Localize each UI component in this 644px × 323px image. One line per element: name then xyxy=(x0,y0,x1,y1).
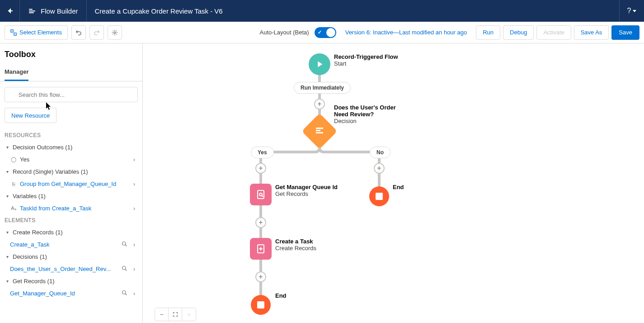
undo-button[interactable] xyxy=(71,25,86,40)
svg-line-7 xyxy=(125,245,127,246)
decision-icon xyxy=(314,125,325,138)
play-icon xyxy=(315,59,324,69)
chevron-right-icon: › xyxy=(131,266,138,272)
toolbar: Select Elements Auto-Layout (Beta) ✓ Ver… xyxy=(0,22,644,43)
undo-icon xyxy=(75,29,82,36)
group-create-records[interactable]: ▾ Create Records (1) xyxy=(0,226,142,238)
add-element-button[interactable]: + xyxy=(255,217,266,228)
item-group-from-get-manager[interactable]: ⎘ Group from Get_Manager_Queue_Id › xyxy=(0,178,142,190)
toolbox-sidebar: Toolbox Manager New Resource RESOURCES ▾… xyxy=(0,43,143,323)
tab-manager[interactable]: Manager xyxy=(5,64,28,81)
select-icon xyxy=(10,29,17,36)
brand-area: Flow Builder xyxy=(20,0,87,22)
group-variables[interactable]: ▾ Variables (1) xyxy=(0,190,142,202)
chevron-down-icon: ▾ xyxy=(5,279,10,284)
flow-builder-icon xyxy=(28,7,36,15)
text-var-icon: Aₐ xyxy=(10,205,17,211)
auto-layout-label: Auto-Layout (Beta) xyxy=(260,29,309,36)
create-records-icon xyxy=(255,243,266,254)
group-record-single-vars[interactable]: ▾ Record (Single) Variables (1) xyxy=(0,166,142,178)
auto-layout-toggle[interactable]: ✓ xyxy=(315,27,336,38)
svg-point-6 xyxy=(122,242,126,246)
svg-line-17 xyxy=(262,195,263,197)
search-input[interactable] xyxy=(5,87,138,102)
end-node[interactable] xyxy=(251,295,271,315)
svg-point-3 xyxy=(114,32,116,33)
new-resource-button[interactable]: New Resource xyxy=(5,108,56,123)
svg-rect-1 xyxy=(11,29,13,32)
help-icon: ? xyxy=(627,7,631,15)
chevron-right-icon: › xyxy=(131,290,138,297)
chevron-right-icon: › xyxy=(131,181,138,187)
start-node[interactable] xyxy=(309,53,330,75)
save-as-button[interactable]: Save As xyxy=(574,25,609,40)
chevron-right-icon: › xyxy=(131,242,138,248)
fit-icon xyxy=(173,312,178,317)
run-button[interactable]: Run xyxy=(476,25,500,40)
check-icon: ✓ xyxy=(318,29,322,35)
arrow-left-icon xyxy=(6,7,14,14)
caret-down-icon xyxy=(633,9,636,13)
branch-yes-pill[interactable]: Yes xyxy=(251,147,274,158)
settings-button[interactable] xyxy=(108,25,122,40)
add-element-button[interactable]: + xyxy=(314,99,325,109)
item-create-a-task[interactable]: Create_a_Task › xyxy=(0,238,142,251)
svg-point-8 xyxy=(122,266,126,270)
app-header: Flow Builder Create a Cupcake Order Revi… xyxy=(0,0,644,22)
debug-button[interactable]: Debug xyxy=(503,25,534,40)
activate-button: Activate xyxy=(536,25,571,40)
app-name: Flow Builder xyxy=(41,7,78,15)
create-records-label: Create a Task Create Records xyxy=(275,238,316,252)
back-button[interactable] xyxy=(0,0,20,22)
toolbox-title: Toolbox xyxy=(0,43,142,64)
end-label: End xyxy=(275,292,287,299)
zoom-in-button[interactable]: + xyxy=(182,308,196,321)
redo-button[interactable] xyxy=(89,25,104,40)
zoom-out-button[interactable]: − xyxy=(155,308,169,321)
group-decisions[interactable]: ▾ Decisions (1) xyxy=(0,251,142,263)
svg-point-10 xyxy=(122,291,126,294)
save-button[interactable]: Save xyxy=(611,25,639,40)
add-element-button[interactable]: + xyxy=(374,163,385,174)
item-yes[interactable]: ◯ Yes › xyxy=(0,153,142,166)
group-decision-outcomes[interactable]: ▾ Decision Outcomes (1) xyxy=(0,141,142,153)
get-records-node[interactable] xyxy=(250,184,272,205)
start-node-label: Record-Triggered Flow Start xyxy=(334,53,398,67)
zoom-controls: − + xyxy=(155,308,196,321)
svg-rect-2 xyxy=(14,33,16,35)
chevron-down-icon: ▾ xyxy=(5,194,10,199)
help-button[interactable]: ? xyxy=(619,0,644,22)
get-records-icon xyxy=(255,189,266,200)
elements-section-label: ELEMENTS xyxy=(0,214,142,226)
item-get-manager-queue[interactable]: Get_Manager_Queue_Id › xyxy=(0,287,142,299)
svg-rect-0 xyxy=(8,10,13,11)
version-status[interactable]: Version 6: Inactive—Last modified an hou… xyxy=(345,29,467,36)
redo-icon xyxy=(94,29,100,36)
flow-title: Create a Cupcake Order Review Task - V6 xyxy=(87,7,231,15)
outcome-icon: ◯ xyxy=(10,157,17,162)
group-get-records[interactable]: ▾ Get Records (1) xyxy=(0,275,142,287)
end-node[interactable] xyxy=(369,186,389,206)
chevron-right-icon: › xyxy=(131,157,138,163)
search-icon[interactable] xyxy=(121,290,128,297)
search-icon[interactable] xyxy=(121,241,128,248)
svg-rect-15 xyxy=(258,190,264,199)
create-records-node[interactable] xyxy=(250,238,272,260)
connector-lines xyxy=(143,43,644,323)
record-var-icon: ⎘ xyxy=(10,181,17,187)
chevron-down-icon: ▾ xyxy=(5,254,10,259)
item-taskid-from-create[interactable]: Aₐ TaskId from Create_a_Task › xyxy=(0,202,142,214)
add-element-button[interactable]: + xyxy=(255,271,266,282)
get-records-label: Get Manager Queue Id Get Records xyxy=(275,184,338,197)
select-elements-button[interactable]: Select Elements xyxy=(5,25,68,40)
run-immediately-pill[interactable]: Run Immediately xyxy=(294,82,351,94)
chevron-down-icon: ▾ xyxy=(5,230,10,235)
search-icon[interactable] xyxy=(121,266,128,272)
decision-node-label: Does the User's Order Need Review? Decis… xyxy=(334,104,411,124)
item-does-user-order[interactable]: Does_the_User_s_Order_Need_Rev... › xyxy=(0,263,142,275)
add-element-button[interactable]: + xyxy=(255,163,266,174)
svg-line-11 xyxy=(125,294,127,295)
flow-canvas[interactable]: Record-Triggered Flow Start Run Immediat… xyxy=(143,43,644,323)
zoom-fit-button[interactable] xyxy=(169,308,182,321)
branch-no-pill[interactable]: No xyxy=(370,147,390,158)
